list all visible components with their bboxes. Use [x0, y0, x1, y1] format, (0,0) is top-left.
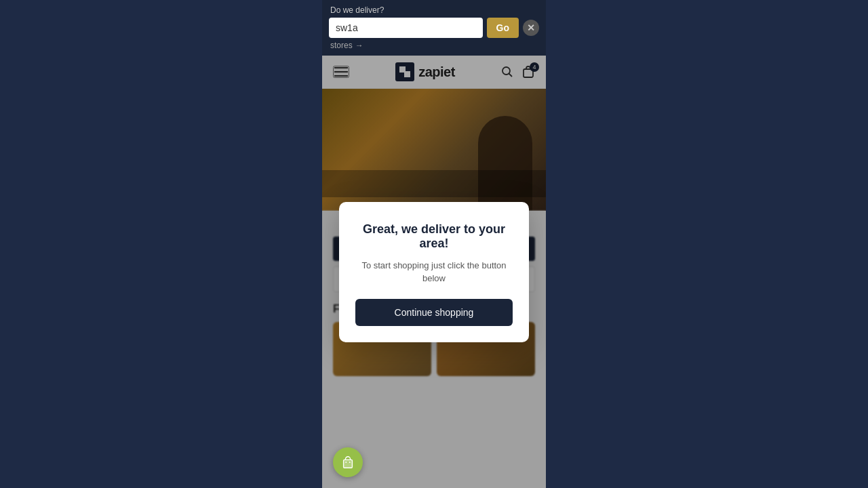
stores-link[interactable]: stores → [329, 41, 539, 50]
shopify-icon [340, 455, 355, 470]
modal-box: Great, we deliver to your area! To start… [339, 202, 529, 342]
continue-shopping-button[interactable]: Continue shopping [355, 299, 513, 326]
delivery-question: Do we deliver? [329, 5, 539, 15]
modal-subtitle: To start shopping just click the button … [355, 259, 513, 285]
stores-label: stores [330, 41, 353, 50]
svg-point-10 [349, 462, 351, 463]
go-button[interactable]: Go [487, 18, 519, 38]
stores-arrow: → [355, 41, 363, 50]
delivery-input-row: Go ✕ [329, 18, 539, 38]
site-wrapper: zapiet 4 [322, 56, 546, 488]
delivery-bar: Do we deliver? Go ✕ stores → [322, 0, 546, 56]
modal-title: Great, we deliver to your area! [355, 222, 513, 251]
modal-overlay: Great, we deliver to your area! To start… [322, 56, 546, 488]
svg-rect-7 [344, 460, 353, 468]
shopify-badge[interactable] [333, 447, 363, 477]
delivery-input[interactable] [329, 18, 483, 38]
close-button[interactable]: ✕ [523, 20, 539, 36]
svg-point-9 [345, 462, 347, 463]
